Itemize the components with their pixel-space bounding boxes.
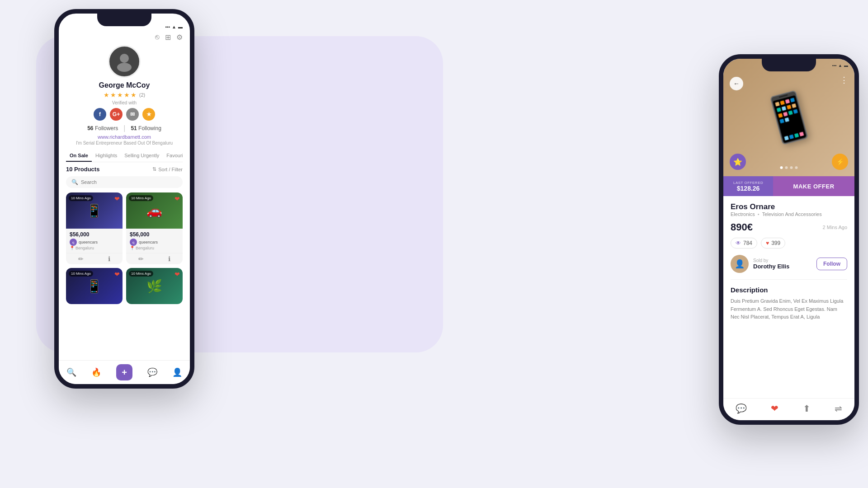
phone1-notch xyxy=(97,14,151,26)
product-price: $56,000 xyxy=(130,231,179,238)
sort-filter-btn[interactable]: ⇅ Sort / Filter xyxy=(152,166,183,172)
follow-button[interactable]: Follow xyxy=(816,258,847,270)
product-card: 📱 10 Mins Ago ❤ xyxy=(66,268,123,304)
product-hero-image: 📱 ▪▪▪ ▲ ▬ ← ⋮ ⭐ ⚡ xyxy=(723,59,854,176)
seller-name: Dorothy Ellis xyxy=(753,263,812,270)
info-action[interactable]: ℹ xyxy=(168,255,170,263)
stars-row: ★ ★ ★ ★ ★ (2) xyxy=(66,91,183,99)
nav-search-icon[interactable]: 🔍 xyxy=(66,367,76,377)
phone2-notch xyxy=(762,59,816,71)
phone2-bottom-nav: 💬 ❤ ⬆ ⇌ xyxy=(723,398,854,420)
last-offered-price: $128.26 xyxy=(737,185,760,192)
avatar xyxy=(108,45,141,78)
seller-location: 📍 Bengaluru xyxy=(70,246,119,250)
category2: Television And Accessories xyxy=(762,211,822,217)
google-plus-icon[interactable]: G+ xyxy=(110,108,123,121)
qr-icon[interactable]: ⊞ xyxy=(165,33,171,42)
followers-count: 56 xyxy=(87,125,93,131)
seller-location: 📍 Bengaluru xyxy=(130,246,179,250)
search-icon: 🔍 xyxy=(71,179,78,185)
facebook-icon[interactable]: f xyxy=(94,108,106,121)
views-count: 784 xyxy=(743,240,752,246)
product-seller-row: q queencars xyxy=(130,239,179,246)
profile-url[interactable]: www.richardbarnett.com xyxy=(66,134,183,140)
product-actions: ✏ ℹ xyxy=(126,253,183,264)
seller-name: queencars xyxy=(79,240,98,244)
product-title: Eros Ornare xyxy=(731,202,847,211)
phone2-content: 📱 ▪▪▪ ▲ ▬ ← ⋮ ⭐ ⚡ LAST OFFERED $128.26 xyxy=(723,59,854,420)
nav-fire-icon[interactable]: 🔥 xyxy=(91,367,101,377)
nav-transfer-icon[interactable]: ⇌ xyxy=(835,403,842,414)
category1: Electronics xyxy=(731,211,755,217)
product-card: 📱 10 Mins Ago ❤ $56,000 q queencars 📍 Be… xyxy=(66,192,123,264)
profile-bio: I'm Serial Entrepreneur Based Out Of Ben… xyxy=(66,141,183,145)
seller-avatar: 👤 xyxy=(731,255,749,273)
search-input[interactable] xyxy=(81,179,177,185)
nav-heart-icon[interactable]: ❤ xyxy=(771,403,778,414)
seller-section: 👤 Sold by Dorothy Ellis Follow xyxy=(731,255,847,280)
edit-action[interactable]: ✏ xyxy=(138,255,144,263)
likes-badge: ♥ 399 xyxy=(761,238,785,249)
product-card: 🌿 10 Mins Ago ❤ xyxy=(126,268,183,304)
product-card: 🚗 10 Mins Ago ❤ $56,000 q queencars 📍 Be… xyxy=(126,192,183,264)
star3: ★ xyxy=(117,91,123,99)
tab-on-sale[interactable]: On Sale xyxy=(66,150,92,162)
tab-highlights[interactable]: Highlights xyxy=(92,150,121,162)
products-count: 10 Products xyxy=(66,166,99,173)
product-time: 2 Mins Ago xyxy=(823,225,847,230)
tab-favourites[interactable]: Favourites xyxy=(163,150,183,162)
seller-info: Sold by Dorothy Ellis xyxy=(753,258,812,270)
nav-chat-icon[interactable]: 💬 xyxy=(147,367,157,377)
stats-row: 👁 784 ♥ 399 xyxy=(731,238,847,249)
profile-name: George McCoy xyxy=(66,81,183,89)
description-text: Duis Pretium Gravida Enim, Vel Ex Maximu… xyxy=(731,297,847,321)
product-info: $56,000 q queencars 📍 Bengaluru xyxy=(126,229,183,253)
badge-icon[interactable]: ★ xyxy=(142,108,155,121)
battery-icon: ▬ xyxy=(844,63,848,68)
followers-row: 56 Followers | 51 Following xyxy=(66,124,183,132)
edit-action[interactable]: ✏ xyxy=(78,255,84,263)
price-row: 890€ 2 Mins Ago xyxy=(731,221,847,233)
nav-profile-icon[interactable]: 👤 xyxy=(172,367,182,377)
followers-label: Followers xyxy=(95,125,118,131)
views-badge: 👁 784 xyxy=(731,238,757,249)
badge-refresh-icon[interactable]: ⚡ xyxy=(832,154,848,170)
menu-dots-button[interactable]: ⋮ xyxy=(840,75,848,85)
products-header: 10 Products ⇅ Sort / Filter xyxy=(66,166,183,173)
product-price: $56,000 xyxy=(70,231,119,238)
hero-status-bar: ▪▪▪ ▲ ▬ xyxy=(826,59,855,68)
dot4 xyxy=(795,166,798,169)
settings-icon[interactable]: ⚙ xyxy=(176,33,183,42)
phone1-header-icons: ⎋ ⊞ ⚙ xyxy=(66,31,183,45)
tabs-row: On Sale Highlights Selling Urgently Favo… xyxy=(66,150,183,162)
location-icon: 📍 xyxy=(130,246,135,250)
svg-point-1 xyxy=(117,63,132,72)
tab-selling-urgently[interactable]: Selling Urgently xyxy=(121,150,163,162)
back-button[interactable]: ← xyxy=(730,77,743,90)
nav-share-icon[interactable]: ⬆ xyxy=(803,403,811,414)
product-price-large: 890€ xyxy=(731,221,753,233)
product-heart-icon[interactable]: ❤ xyxy=(114,195,120,202)
phone2-device: 📱 ▪▪▪ ▲ ▬ ← ⋮ ⭐ ⚡ LAST OFFERED $128.26 xyxy=(719,54,859,425)
dot3 xyxy=(790,166,793,169)
product-time-badge: 10 Mins Ago xyxy=(69,195,93,201)
product-seller-row: q queencars xyxy=(70,239,119,246)
product-category: Electronics • Television And Accessories xyxy=(731,211,847,217)
sold-by-label: Sold by xyxy=(753,258,812,263)
followers-item: 56 Followers xyxy=(82,125,123,131)
phone1-bottom-nav: 🔍 🔥 + 💬 👤 xyxy=(59,360,190,384)
nav-add-button[interactable]: + xyxy=(116,364,132,380)
product-heart-icon[interactable]: ❤ xyxy=(175,271,180,278)
email-icon[interactable]: ✉ xyxy=(126,108,139,121)
eye-icon: 👁 xyxy=(736,240,741,246)
likes-count: 399 xyxy=(771,240,780,246)
nav-chat-icon[interactable]: 💬 xyxy=(736,403,747,414)
product-heart-icon[interactable]: ❤ xyxy=(175,195,180,202)
make-offer-button[interactable]: MAKE OFFER xyxy=(773,176,854,196)
category-separator: • xyxy=(758,211,760,217)
product-heart-icon[interactable]: ❤ xyxy=(114,271,120,278)
star1: ★ xyxy=(104,91,109,99)
info-action[interactable]: ℹ xyxy=(108,255,110,263)
share-icon[interactable]: ⎋ xyxy=(155,33,160,42)
search-box: 🔍 xyxy=(66,176,183,188)
